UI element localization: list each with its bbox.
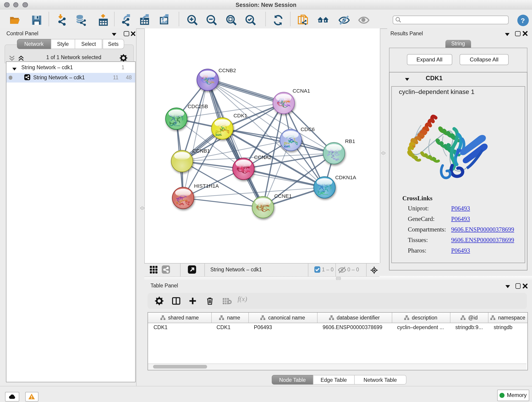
svg-text:CDC6: CDC6 bbox=[300, 127, 315, 132]
svg-text:CDKN1A: CDKN1A bbox=[335, 175, 356, 180]
svg-text:CCNA2: CCNA2 bbox=[254, 154, 272, 160]
svg-text:RB1: RB1 bbox=[345, 138, 355, 144]
svg-text:CCNA1: CCNA1 bbox=[292, 88, 310, 94]
svg-text:CDK1: CDK1 bbox=[233, 113, 247, 119]
svg-text:CCNB1: CCNB1 bbox=[192, 148, 210, 154]
svg-text:CDC25B: CDC25B bbox=[187, 104, 208, 109]
svg-text:CCNB2: CCNB2 bbox=[218, 68, 236, 73]
svg-text:HIST1H1A: HIST1H1A bbox=[194, 183, 219, 189]
svg-text:CCNE1: CCNE1 bbox=[274, 193, 292, 199]
